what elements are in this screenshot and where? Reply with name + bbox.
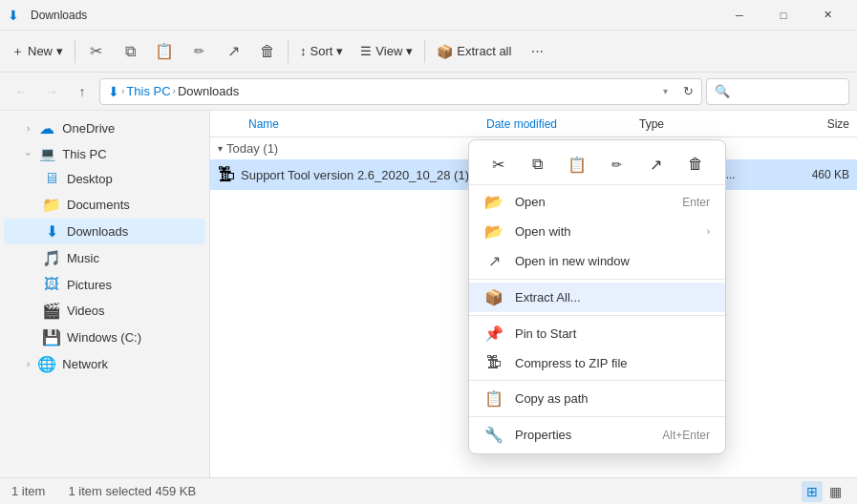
breadcrumb-thispc[interactable]: This PC	[126, 84, 170, 98]
music-icon: 🎵	[42, 249, 61, 267]
ctx-pin-icon: 📌	[484, 325, 503, 343]
col-header-date[interactable]: Date modified	[486, 117, 639, 131]
expand-icon: ›	[27, 123, 30, 134]
close-button[interactable]: ✕	[805, 0, 849, 31]
sidebar-item-pictures[interactable]: 🖼 Pictures	[4, 272, 205, 297]
sort-button[interactable]: ↕ Sort ▾	[292, 35, 351, 68]
ctx-pin-item[interactable]: 📌 Pin to Start	[469, 319, 725, 348]
ctx-open-new-window-icon: ↗	[484, 252, 503, 270]
group-label: Today (1)	[226, 141, 278, 156]
maximize-button[interactable]: □	[761, 0, 805, 31]
sidebar-item-label: This PC	[62, 147, 198, 161]
thispc-icon: 💻	[37, 146, 56, 161]
back-button[interactable]: ←	[8, 78, 34, 105]
ctx-extract-label: Extract All...	[515, 290, 710, 304]
ctx-extract-item[interactable]: 📦 Extract All...	[469, 283, 725, 312]
sidebar-item-downloads[interactable]: ⬇ Downloads	[4, 219, 205, 244]
status-item-count: 1 item	[11, 484, 45, 498]
sidebar: › ☁ OneDrive › 💻 This PC 🖥 Desktop 📁 Doc…	[0, 111, 210, 477]
extract-all-button[interactable]: 📦 Extract all	[429, 35, 519, 68]
copy-button[interactable]: ⧉	[114, 35, 146, 68]
sort-label: Sort	[311, 44, 333, 58]
ctx-openwith-item[interactable]: 📂 Open with ›	[469, 217, 725, 246]
sidebar-item-windows-c[interactable]: 💾 Windows (C:)	[4, 325, 205, 350]
sidebar-item-onedrive[interactable]: › ☁ OneDrive	[4, 116, 205, 141]
expand-icon: ›	[27, 359, 30, 369]
ctx-compress-icon: 🗜	[484, 354, 503, 371]
search-icon: 🔍	[715, 84, 730, 98]
sidebar-item-network[interactable]: › 🌐 Network	[4, 351, 205, 377]
refresh-icon[interactable]: ↻	[683, 84, 694, 98]
toolbar-separator-1	[75, 40, 75, 63]
minimize-button[interactable]: ─	[718, 0, 761, 31]
ctx-open-new-window-label: Open in new window	[515, 254, 710, 268]
ctx-compress-item[interactable]: 🗜 Compress to ZIP file	[469, 348, 725, 377]
ctx-openwith-label: Open with	[515, 224, 696, 239]
ctx-copy-button[interactable]: ⧉	[520, 148, 555, 180]
grid-view-button[interactable]: ▦	[825, 481, 846, 502]
col-header-size[interactable]: Size	[773, 117, 849, 131]
documents-icon: 📁	[42, 196, 61, 214]
ctx-properties-item[interactable]: 🔧 Properties Alt+Enter	[469, 420, 725, 450]
ctx-share-button[interactable]: ↗	[638, 148, 674, 180]
toolbar: ＋ New ▾ ✂ ⧉ 📋 ✏ ↗ 🗑 ↕ Sort ▾ ☰ View ▾ 📦 …	[0, 31, 857, 73]
rename-button[interactable]: ✏	[182, 35, 215, 68]
downloads-icon: ⬇	[42, 222, 61, 241]
view-dropdown-icon: ▾	[406, 44, 413, 58]
main-layout: › ☁ OneDrive › 💻 This PC 🖥 Desktop 📁 Doc…	[0, 111, 857, 477]
list-view-button[interactable]: ⊞	[802, 481, 823, 502]
ctx-open-label: Open	[515, 195, 671, 209]
ctx-cut-button[interactable]: ✂	[481, 148, 516, 180]
title-bar: ⬇ Downloads ─ □ ✕	[0, 0, 857, 31]
share-button[interactable]: ↗	[217, 35, 249, 68]
sidebar-item-label: Pictures	[67, 278, 198, 292]
view-button[interactable]: ☰ View ▾	[353, 35, 420, 68]
status-selected-info: 1 item selected 459 KB	[68, 484, 196, 498]
sidebar-item-desktop[interactable]: 🖥 Desktop	[4, 166, 205, 191]
col-header-type[interactable]: Type	[639, 117, 773, 131]
ctx-delete-button[interactable]: 🗑	[678, 148, 714, 180]
pictures-icon: 🖼	[42, 276, 61, 293]
ctx-paste-button[interactable]: 📋	[560, 148, 595, 180]
ctx-open-new-window-item[interactable]: ↗ Open in new window	[469, 246, 725, 276]
up-button[interactable]: ↑	[69, 78, 96, 105]
ctx-separator-2	[469, 315, 725, 316]
file-size: 460 KB	[773, 168, 849, 181]
cut-button[interactable]: ✂	[79, 35, 112, 68]
ctx-separator-3	[469, 380, 725, 381]
address-breadcrumb[interactable]: ⬇ › This PC › Downloads ▾ ↻	[99, 78, 702, 105]
sidebar-item-label: Desktop	[67, 172, 198, 186]
file-list: Name Date modified Type Size ▾ Today (1)…	[210, 111, 857, 477]
ctx-separator-1	[469, 279, 725, 280]
window-icon: ⬇	[8, 8, 23, 23]
ctx-open-shortcut: Enter	[682, 196, 710, 209]
col-header-name[interactable]: Name	[218, 117, 486, 131]
network-icon: 🌐	[37, 355, 56, 373]
paste-button[interactable]: 📋	[148, 35, 181, 68]
ctx-open-item[interactable]: 📂 Open Enter	[469, 187, 725, 217]
sidebar-item-thispc[interactable]: › 💻 This PC	[4, 142, 205, 165]
delete-button[interactable]: 🗑	[251, 35, 284, 68]
ctx-copy-path-item[interactable]: 📋 Copy as path	[469, 384, 725, 413]
sidebar-item-music[interactable]: 🎵 Music	[4, 245, 205, 271]
address-dropdown-icon[interactable]: ▾	[663, 86, 668, 96]
more-button[interactable]: ···	[521, 35, 553, 68]
plus-icon: ＋	[11, 43, 24, 60]
ctx-rename-button[interactable]: ✏	[599, 148, 634, 180]
expand-icon: ›	[23, 152, 33, 155]
group-chevron-icon: ▾	[218, 143, 223, 154]
ctx-copy-path-label: Copy as path	[515, 391, 710, 406]
sidebar-item-documents[interactable]: 📁 Documents	[4, 192, 205, 218]
toolbar-separator-3	[424, 40, 425, 63]
sidebar-item-videos[interactable]: 🎬 Videos	[4, 298, 205, 324]
breadcrumb-arrow-2: ›	[173, 86, 176, 96]
breadcrumb-arrow-1: ›	[121, 86, 124, 96]
breadcrumb-downloads[interactable]: Downloads	[178, 84, 239, 98]
ctx-copy-path-icon: 📋	[484, 389, 503, 408]
forward-button[interactable]: →	[38, 78, 65, 105]
search-box[interactable]: 🔍	[706, 78, 849, 105]
file-list-header: Name Date modified Type Size	[210, 111, 857, 137]
new-button[interactable]: ＋ New ▾	[4, 35, 71, 68]
sidebar-item-label: Downloads	[67, 224, 198, 239]
ctx-separator-4	[469, 416, 725, 417]
